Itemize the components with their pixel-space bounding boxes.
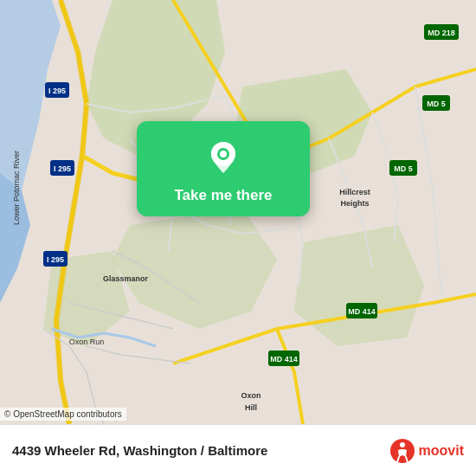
- hill-label: Hill: [245, 403, 257, 412]
- oxon-label: Oxon: [241, 391, 261, 400]
- md414-label-1: MD 414: [348, 307, 376, 316]
- hillcrest-label: Hillcrest: [339, 188, 370, 196]
- take-me-there-button[interactable]: Take me there: [174, 187, 272, 204]
- moovit-icon: [389, 438, 415, 464]
- md5-label-1: MD 5: [427, 100, 446, 108]
- md218-label: MD 218: [428, 29, 455, 37]
- pin-icon: [203, 137, 244, 178]
- md5-label-2: MD 5: [394, 164, 413, 173]
- glassmanor-label: Glassmanor: [103, 274, 149, 283]
- heights-label: Heights: [340, 199, 369, 208]
- map-attribution: © OpenStreetMap contributors: [0, 408, 126, 421]
- i295-label-2: I 295: [54, 164, 71, 173]
- potomac-label: Lower Potomac River: [12, 151, 21, 225]
- moovit-logo: moovit: [389, 438, 464, 464]
- md414-label-2: MD 414: [270, 355, 298, 363]
- address-label: 4439 Wheeler Rd, Washington / Baltimore: [12, 443, 389, 458]
- oxon-run-label: Oxon Run: [69, 338, 105, 346]
- svg-point-13: [400, 442, 405, 447]
- bottom-bar: 4439 Wheeler Rd, Washington / Baltimore …: [0, 424, 476, 476]
- svg-point-11: [220, 151, 227, 158]
- map-view: I 295 I 295 I 295 MD 218 MD 5 MD 5 MD 41…: [0, 0, 476, 424]
- take-me-there-card[interactable]: Take me there: [137, 121, 310, 216]
- i295-label-3: I 295: [47, 255, 64, 264]
- i295-label-1: I 295: [48, 87, 66, 95]
- moovit-brand-name: moovit: [419, 443, 464, 459]
